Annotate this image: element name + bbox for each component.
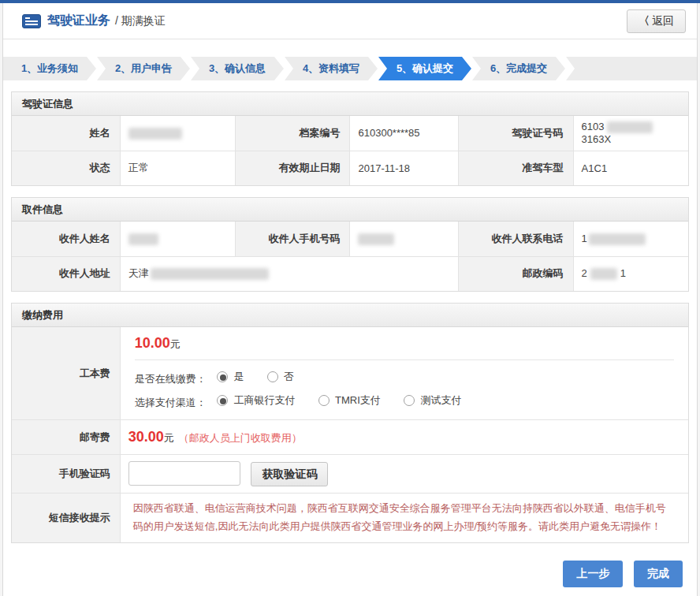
file-no-label: 档案编号	[235, 116, 350, 151]
table-row: 邮寄费 30.00元（邮政人员上门收取费用）	[12, 420, 688, 455]
sms-notice-cell: 因陕西省联通、电信运营商技术问题，陕西省互联网交通安全综合服务管理平台无法向持陕…	[120, 494, 688, 542]
status-label: 状态	[12, 151, 120, 185]
breadcrumb-current: / 期满换证	[115, 14, 166, 28]
name-label: 姓名	[12, 116, 120, 151]
license-no-suffix: 3163X	[582, 133, 612, 145]
pickup-info-table: 收件人姓名 收件人手机号码 收件人联系电话 1 收件人地址 天津 邮政编码 21	[12, 222, 688, 291]
online-payment-no-radio[interactable]: 否	[267, 370, 294, 384]
payment-channel-label: 选择支付渠道：	[135, 397, 207, 408]
file-no-value: 610300****85	[350, 116, 458, 151]
page-title: 驾驶证业务	[47, 13, 110, 29]
online-payment-yes-label: 是	[233, 370, 244, 384]
license-list-icon	[22, 14, 41, 28]
radio-circle-icon	[217, 395, 228, 406]
recipient-phone-prefix: 1	[582, 233, 587, 244]
postcode-suffix: 1	[620, 267, 626, 279]
footer-actions: 上一步 完成	[3, 561, 683, 587]
payment-channel-row: 选择支付渠道： 工商银行支付 TMRI支付 测试支付	[135, 393, 674, 410]
postcode-prefix: 2	[582, 267, 587, 279]
page-header: 驾驶证业务 / 期满换证 〈返回	[3, 3, 697, 39]
section-payment-fees-title: 缴纳费用	[12, 304, 688, 327]
step-6-complete-submit[interactable]: 6、完成提交	[472, 57, 565, 80]
table-row: 收件人姓名 收件人手机号码 收件人联系电话 1	[12, 222, 688, 256]
previous-step-button[interactable]: 上一步	[563, 561, 623, 587]
section-license-info: 驾驶证信息 姓名 档案编号 610300****85 驾驶证号码 6103316…	[11, 91, 689, 186]
expiry-label: 有效期止日期	[235, 151, 350, 185]
channel-test-radio[interactable]: 测试支付	[404, 393, 461, 408]
license-no-label: 驾驶证号码	[458, 116, 573, 151]
table-row: 姓名 档案编号 610300****85 驾驶证号码 61033163X	[12, 116, 688, 151]
section-pickup-info-title: 取件信息	[12, 198, 688, 222]
recipient-mobile-value	[350, 222, 458, 256]
redacted-recipient-phone	[589, 233, 646, 245]
step-1-business-notice[interactable]: 1、业务须知	[3, 57, 96, 80]
table-row: 短信接收提示 因陕西省联通、电信运营商技术问题，陕西省互联网交通安全综合服务管理…	[12, 494, 688, 542]
recipient-mobile-label: 收件人手机号码	[235, 222, 350, 256]
postage-fee-label: 邮寄费	[12, 420, 120, 455]
radio-circle-icon	[318, 395, 330, 406]
table-row: 状态 正常 有效期止日期 2017-11-18 准驾车型 A1C1	[12, 151, 688, 185]
expiry-value: 2017-11-18	[350, 151, 458, 185]
postage-fee-cell: 30.00元（邮政人员上门收取费用）	[120, 420, 688, 455]
radio-circle-icon	[217, 371, 228, 382]
name-value	[120, 116, 235, 151]
table-row: 收件人地址 天津 邮政编码 21	[12, 256, 688, 291]
sms-notice-label: 短信接收提示	[12, 494, 120, 542]
section-license-info-title: 驾驶证信息	[12, 92, 688, 116]
production-fee-unit: 元	[170, 338, 181, 350]
radio-circle-icon	[267, 371, 278, 382]
redacted-postcode	[590, 268, 617, 280]
recipient-address-value: 天津	[120, 256, 458, 291]
table-row: 手机验证码 获取验证码	[12, 455, 688, 494]
online-payment-no-label: 否	[284, 370, 294, 384]
recipient-name-value	[120, 222, 235, 256]
channel-test-label: 测试支付	[420, 393, 461, 408]
redacted-license-no	[607, 121, 653, 133]
online-payment-label: 是否在线缴费：	[135, 373, 207, 385]
section-payment-fees: 缴纳费用 工本费 10.00元 是否在线缴费： 是 否 选择支付渠	[11, 303, 689, 543]
finish-button[interactable]: 完成	[634, 561, 683, 587]
license-info-table: 姓名 档案编号 610300****85 驾驶证号码 61033163X 状态 …	[12, 116, 688, 185]
production-fee-amount-line: 10.00元	[135, 335, 674, 352]
channel-icbc-label: 工商银行支付	[233, 393, 295, 408]
step-2-user-declaration[interactable]: 2、用户申告	[97, 57, 190, 80]
production-fee-label: 工本费	[12, 327, 120, 420]
online-payment-yes-radio[interactable]: 是	[217, 370, 244, 384]
online-payment-row: 是否在线缴费： 是 否	[135, 370, 674, 386]
redacted-recipient-name	[128, 233, 158, 245]
vehicle-class-label: 准驾车型	[458, 151, 573, 185]
sms-notice-text: 因陕西省联通、电信运营商技术问题，陕西省互联网交通安全综合服务管理平台无法向持陕…	[128, 497, 680, 539]
recipient-phone-label: 收件人联系电话	[458, 222, 573, 256]
back-button[interactable]: 〈返回	[627, 9, 686, 33]
channel-icbc-radio[interactable]: 工商银行支付	[217, 393, 295, 408]
main-container: 驾驶证业务 / 期满换证 〈返回 1、业务须知 2、用户申告 3、确认信息 4、…	[2, 3, 698, 596]
postage-fee-note: （邮政人员上门收取费用）	[179, 432, 302, 444]
redacted-name	[128, 128, 182, 140]
postcode-value: 21	[573, 256, 688, 291]
redacted-recipient-address	[151, 268, 269, 280]
postcode-label: 邮政编码	[458, 256, 573, 291]
recipient-address-label: 收件人地址	[12, 256, 120, 291]
license-no-prefix: 6103	[582, 121, 605, 132]
get-captcha-button[interactable]: 获取验证码	[251, 462, 328, 486]
captcha-input[interactable]	[128, 461, 240, 486]
step-4-fill-data[interactable]: 4、资料填写	[285, 57, 378, 80]
captcha-label: 手机验证码	[12, 455, 120, 494]
production-fee-block: 10.00元 是否在线缴费： 是 否 选择支付渠道： 工商银行支付 TMRI支付…	[128, 330, 680, 416]
production-fee-cell: 10.00元 是否在线缴费： 是 否 选择支付渠道： 工商银行支付 TMRI支付…	[120, 327, 688, 420]
license-no-value: 61033163X	[573, 116, 688, 151]
vehicle-class-value: A1C1	[573, 151, 688, 185]
fee-separator	[135, 359, 674, 360]
section-pickup-info: 取件信息 收件人姓名 收件人手机号码 收件人联系电话 1 收件人地址 天津 邮政…	[11, 197, 689, 292]
step-3-confirm-info[interactable]: 3、确认信息	[191, 57, 284, 80]
production-fee-amount: 10.00	[135, 335, 170, 351]
channel-tmri-radio[interactable]: TMRI支付	[318, 393, 381, 408]
channel-tmri-label: TMRI支付	[335, 393, 381, 408]
captcha-cell: 获取验证码	[120, 455, 688, 494]
back-button-label: 返回	[652, 14, 674, 27]
redacted-recipient-mobile	[358, 233, 394, 245]
step-wizard: 1、业务须知 2、用户申告 3、确认信息 4、资料填写 5、确认提交 6、完成提…	[3, 57, 697, 80]
step-5-confirm-submit[interactable]: 5、确认提交	[378, 57, 471, 80]
postage-fee-unit: 元	[164, 432, 174, 444]
recipient-phone-value: 1	[573, 222, 688, 256]
